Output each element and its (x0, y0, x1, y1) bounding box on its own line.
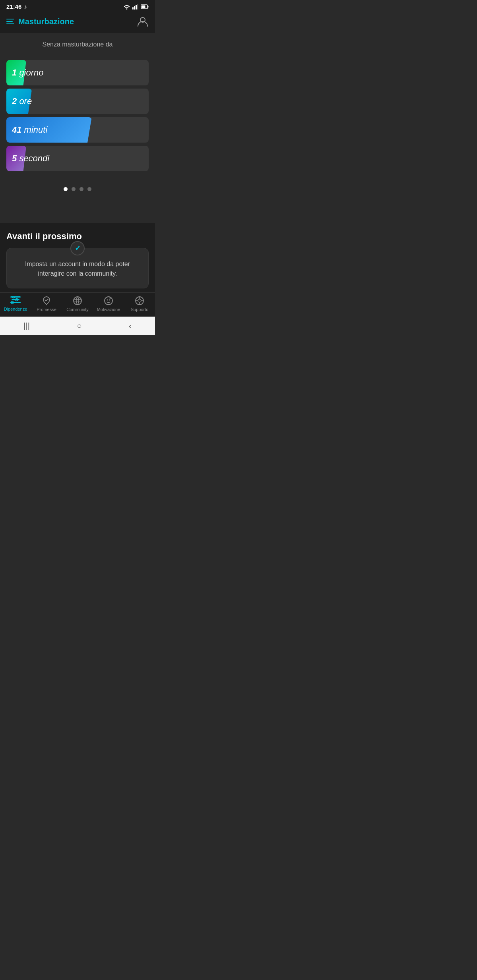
timer-row-ore: 2 ore (6, 89, 149, 114)
svg-rect-3 (137, 4, 138, 10)
nav-motivazione-label: Motivazione (97, 307, 120, 312)
community-icon (73, 296, 82, 305)
nav-recent-button[interactable]: ||| (23, 321, 30, 331)
main-content: Senza masturbazione da 1 giorno 2 ore 41… (0, 33, 155, 223)
dot-1 (64, 187, 68, 191)
svg-point-17 (109, 300, 111, 301)
timer-text-4: 5 secondi (12, 153, 49, 164)
status-bar: 21:46 ♪ (0, 0, 155, 12)
battery-icon (141, 4, 149, 9)
nav-supporto[interactable]: Supporto (128, 296, 151, 312)
subtitle-text: Senza masturbazione da (43, 41, 113, 48)
section-title: Avanti il prossimo (6, 231, 149, 242)
wifi-icon (123, 4, 130, 10)
svg-point-16 (107, 300, 108, 301)
svg-point-15 (105, 297, 112, 305)
svg-rect-1 (134, 6, 135, 10)
dot-2 (72, 187, 76, 191)
motivazione-icon (104, 296, 113, 305)
top-header: Masturbazione (0, 12, 155, 33)
nav-community-label: Community (66, 307, 89, 312)
nav-supporto-label: Supporto (131, 307, 149, 312)
nav-community[interactable]: Community (66, 296, 89, 312)
status-icons (123, 4, 149, 10)
menu-button[interactable] (6, 19, 14, 24)
supporto-icon (135, 296, 144, 305)
svg-point-14 (74, 297, 81, 305)
card-text: Imposta un account in modo da poter inte… (15, 259, 140, 278)
bottom-section: Avanti il prossimo ✓ Imposta un account … (0, 223, 155, 292)
nav-home-button[interactable]: ○ (77, 321, 81, 331)
timer-text-3: 41 minuti (12, 125, 47, 135)
dot-3 (80, 187, 83, 191)
dot-4 (87, 187, 91, 191)
system-nav: ||| ○ ‹ (0, 317, 155, 335)
timer-text-1: 1 giorno (12, 68, 44, 78)
timer-row-giorno: 1 giorno (6, 60, 149, 85)
timer-row-secondi: 5 secondi (6, 146, 149, 171)
timer-container: 1 giorno 2 ore 41 minuti 5 secondi (6, 60, 149, 171)
nav-motivazione[interactable]: Motivazione (97, 296, 120, 312)
nav-dipendenze[interactable]: Dipendenze (4, 296, 27, 311)
check-icon: ✓ (75, 244, 81, 253)
svg-rect-10 (10, 302, 21, 303)
svg-point-19 (138, 299, 141, 302)
nav-back-button[interactable]: ‹ (129, 321, 132, 331)
svg-rect-8 (10, 296, 21, 298)
clock: 21:46 (6, 3, 21, 10)
nav-promesse-label: Promesse (37, 307, 56, 312)
status-time: 21:46 ♪ (6, 3, 27, 10)
header-left: Masturbazione (6, 17, 74, 26)
svg-rect-2 (136, 5, 137, 10)
svg-rect-0 (132, 7, 134, 10)
nav-promesse[interactable]: Promesse (35, 296, 58, 312)
bottom-nav: Dipendenze Promesse Community (0, 292, 155, 317)
timer-text-2: 2 ore (12, 96, 32, 106)
signal-icon (132, 4, 139, 10)
svg-rect-5 (142, 5, 145, 8)
check-circle: ✓ (70, 241, 85, 255)
music-icon: ♪ (24, 3, 27, 10)
nav-dipendenze-label: Dipendenze (4, 307, 27, 311)
app-title: Masturbazione (18, 17, 74, 26)
svg-rect-6 (148, 6, 149, 8)
promesse-icon (42, 296, 51, 305)
page-dots (64, 187, 91, 191)
next-step-card: ✓ Imposta un account in modo da poter in… (6, 248, 149, 288)
profile-button[interactable] (137, 15, 149, 27)
dipendenze-icon (10, 296, 21, 305)
timer-row-minuti: 41 minuti (6, 117, 149, 143)
